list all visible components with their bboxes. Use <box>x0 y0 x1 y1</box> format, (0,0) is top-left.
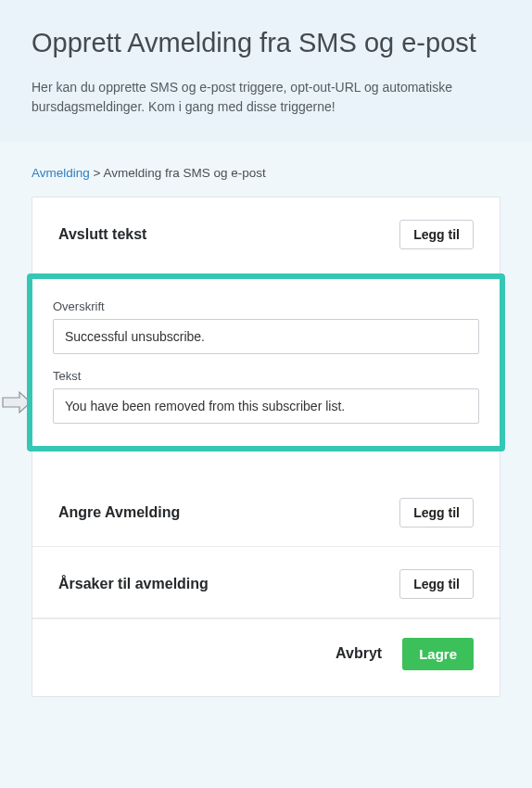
add-arsaker-button[interactable]: Legg til <box>399 569 474 599</box>
content-region: Avmelding > Avmelding fra SMS og e-post … <box>0 142 532 697</box>
section-avslutt-title: Avslutt tekst <box>58 226 146 243</box>
page-description: Her kan du opprette SMS og e-post trigge… <box>32 78 458 116</box>
field-group-overskrift: Overskrift <box>53 299 479 354</box>
field-group-tekst: Tekst <box>53 369 479 424</box>
tekst-input[interactable] <box>53 388 479 424</box>
breadcrumb: Avmelding > Avmelding fra SMS og e-post <box>32 166 500 180</box>
overskrift-label: Overskrift <box>53 299 479 313</box>
section-arsaker-header: Årsaker til avmelding Legg til <box>32 547 500 618</box>
add-angre-button[interactable]: Legg til <box>399 498 474 527</box>
overskrift-input[interactable] <box>53 319 479 354</box>
section-angre-header: Angre Avmelding Legg til <box>32 476 500 547</box>
avslutt-fields-highlight: Overskrift Tekst <box>27 273 505 451</box>
footer-actions: Avbryt Lagre <box>32 618 500 670</box>
breadcrumb-current: Avmelding fra SMS og e-post <box>103 166 265 180</box>
section-arsaker-title: Årsaker til avmelding <box>58 576 209 592</box>
form-card: Avslutt tekst Legg til Overskrift Tekst … <box>32 197 500 697</box>
add-avslutt-button[interactable]: Legg til <box>399 220 474 249</box>
breadcrumb-root-link[interactable]: Avmelding <box>32 166 90 180</box>
section-avslutt-header: Avslutt tekst Legg til <box>32 197 500 268</box>
page-header: Opprett Avmelding fra SMS og e-post Her … <box>0 0 532 142</box>
breadcrumb-separator: > <box>94 166 101 180</box>
cancel-button[interactable]: Avbryt <box>336 645 382 662</box>
page-title: Opprett Avmelding fra SMS og e-post <box>32 26 500 59</box>
save-button[interactable]: Lagre <box>402 638 474 670</box>
tekst-label: Tekst <box>53 369 479 383</box>
section-angre-title: Angre Avmelding <box>58 504 180 521</box>
